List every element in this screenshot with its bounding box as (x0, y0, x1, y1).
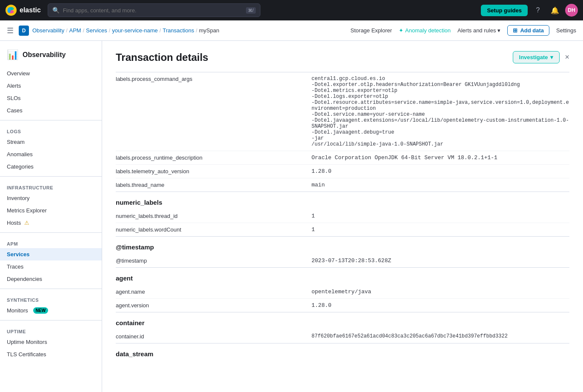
sidebar-item-categories[interactable]: Categories (0, 160, 102, 173)
hosts-warning-icon: ⚠ (24, 220, 29, 226)
workspace-badge: D (19, 26, 29, 36)
add-data-icon: ⊞ (513, 27, 517, 34)
timestamp-section: @timestamp @timestamp 2023-07-13T20:28:5… (116, 236, 569, 267)
sidebar-app-title: Observability (23, 51, 66, 59)
data-key: labels.process_runtime_description (116, 155, 312, 161)
anomaly-detection-link[interactable]: ✦ Anomaly detection (399, 27, 451, 34)
topbar: elastic 🔍 ⌘/ Setup guides ? 🔔 DH (0, 0, 583, 20)
sidebar-item-metrics-explorer[interactable]: Metrics Explorer (0, 204, 102, 217)
data-value: opentelemetry/java (312, 289, 569, 295)
sidebar-item-stream[interactable]: Stream (0, 136, 102, 148)
container-section: container container.id 87f620bfae6167e52… (116, 312, 569, 343)
main-content: Transaction details Investigate ▾ × labe… (102, 41, 583, 392)
search-shortcut: ⌘/ (246, 7, 256, 14)
data-value: main (312, 182, 569, 188)
storage-explorer-link[interactable]: Storage Explorer (351, 27, 392, 34)
settings-link[interactable]: Settings (556, 27, 576, 34)
chevron-down-icon: ▾ (497, 27, 500, 34)
data-value: 1 (312, 226, 569, 233)
search-bar[interactable]: 🔍 ⌘/ (48, 3, 260, 17)
sidebar-item-cases[interactable]: Cases (0, 104, 102, 117)
sidebar-item-traces[interactable]: Traces (0, 260, 102, 273)
alerts-rules-dropdown[interactable]: Alerts and rules ▾ (457, 27, 500, 34)
sidebar-item-uptime-monitors[interactable]: Uptime Monitors (0, 336, 102, 348)
data-row: numeric_labels.thread_id 1 (116, 209, 569, 223)
sidebar-section-infrastructure: Infrastructure (0, 180, 102, 192)
search-icon: 🔍 (52, 7, 60, 14)
numeric-labels-section: numeric_labels numeric_labels.thread_id … (116, 192, 569, 236)
search-input[interactable] (63, 7, 243, 14)
sidebar-item-hosts[interactable]: Hosts ⚠ (0, 217, 102, 229)
svg-point-3 (8, 7, 11, 13)
sidebar-toggle-button[interactable]: ☰ (7, 26, 14, 35)
observability-icon: 📊 (7, 49, 18, 60)
sidebar-divider-logs (0, 120, 102, 120)
panel-title: Transaction details (116, 52, 208, 63)
breadcrumb-right-actions: Storage Explorer ✦ Anomaly detection Ale… (351, 25, 576, 36)
data-row: numeric_labels.wordCount 1 (116, 223, 569, 236)
data-value: 1.28.0 (312, 168, 569, 175)
sidebar-item-dependencies[interactable]: Dependencies (0, 273, 102, 285)
help-icon-button[interactable]: ? (531, 3, 545, 17)
data-key: container.id (116, 333, 312, 340)
panel-close-button[interactable]: × (565, 53, 569, 62)
setup-guides-button[interactable]: Setup guides (481, 5, 528, 16)
sidebar-item-slos[interactable]: SLOs (0, 92, 102, 104)
data-stream-section: data_stream (116, 343, 569, 361)
sidebar-divider-infra (0, 176, 102, 177)
sidebar-divider-uptime (0, 320, 102, 320)
data-row: container.id 87f620bfae6167e52a61acd04c8… (116, 330, 569, 343)
sidebar-item-overview[interactable]: Overview (0, 67, 102, 80)
sidebar-section-logs: Logs (0, 124, 102, 136)
add-data-button[interactable]: ⊞ Add data (507, 25, 549, 36)
data-row: agent.name opentelemetry/java (116, 285, 569, 299)
breadcrumb-bar: ☰ D Observability / APM / Services / you… (0, 20, 583, 41)
timestamp-header: @timestamp (116, 237, 569, 254)
data-value: 2023-07-13T20:28:53.628Z (312, 258, 569, 264)
agent-header: agent (116, 268, 569, 285)
breadcrumb-transactions[interactable]: Transactions (163, 27, 194, 34)
panel-header: Transaction details Investigate ▾ × (116, 51, 569, 63)
elastic-logo: elastic (5, 4, 41, 16)
anomaly-icon: ✦ (399, 27, 403, 34)
sidebar-section-synthetics: Synthetics (0, 292, 102, 304)
data-row: labels.thread_name main (116, 178, 569, 192)
transaction-details-panel: Transaction details Investigate ▾ × labe… (102, 41, 583, 371)
topbar-right: Setup guides ? 🔔 DH (481, 3, 578, 17)
sidebar: 📊 Observability Overview Alerts SLOs Cas… (0, 41, 102, 392)
data-value: 87f620bfae6167e52a61acd04c83ca3c205ac6a6… (312, 333, 569, 339)
data-value: central1.gcp.cloud.es.io -Dotel.exporter… (312, 76, 569, 147)
data-key: agent.version (116, 302, 312, 309)
breadcrumb-observability[interactable]: Observability (32, 27, 64, 34)
sidebar-item-tls-certificates[interactable]: TLS Certificates (0, 348, 102, 361)
breadcrumb-apm[interactable]: APM (69, 27, 81, 34)
data-key: labels.telemetry_auto_version (116, 168, 312, 175)
sidebar-item-anomalies[interactable]: Anomalies (0, 148, 102, 160)
breadcrumb-myspan[interactable]: mySpan (199, 27, 219, 34)
data-key: numeric_labels.thread_id (116, 213, 312, 219)
data-row: labels.process_runtime_description Oracl… (116, 151, 569, 165)
data-key: agent.name (116, 289, 312, 295)
breadcrumb-service-name[interactable]: your-service-name (112, 27, 158, 34)
sidebar-item-monitors[interactable]: Monitors NEW (0, 304, 102, 317)
investigate-button[interactable]: Investigate ▾ (513, 51, 560, 63)
sidebar-item-services[interactable]: Services (0, 248, 102, 260)
sidebar-item-alerts[interactable]: Alerts (0, 80, 102, 92)
numeric-labels-header: numeric_labels (116, 192, 569, 209)
data-key: labels.thread_name (116, 182, 312, 188)
app-layout: 📊 Observability Overview Alerts SLOs Cas… (0, 41, 583, 392)
data-row: labels.telemetry_auto_version 1.28.0 (116, 165, 569, 178)
data-key: labels.process_command_args (116, 76, 312, 82)
data-value: 1 (312, 213, 569, 219)
investigate-chevron-icon: ▾ (550, 54, 553, 60)
labels-section: labels.process_command_args central1.gcp… (116, 72, 569, 192)
notifications-icon-button[interactable]: 🔔 (548, 3, 562, 17)
sidebar-divider-synthetics (0, 289, 102, 289)
sidebar-divider-apm (0, 232, 102, 233)
breadcrumb-services[interactable]: Services (86, 27, 107, 34)
user-avatar-button[interactable]: DH (565, 4, 578, 17)
data-value: Oracle Corporation OpenJDK 64-Bit Server… (312, 155, 569, 161)
investigate-label: Investigate (519, 54, 548, 60)
sidebar-item-inventory[interactable]: Inventory (0, 192, 102, 204)
data-row: labels.process_command_args central1.gcp… (116, 72, 569, 151)
